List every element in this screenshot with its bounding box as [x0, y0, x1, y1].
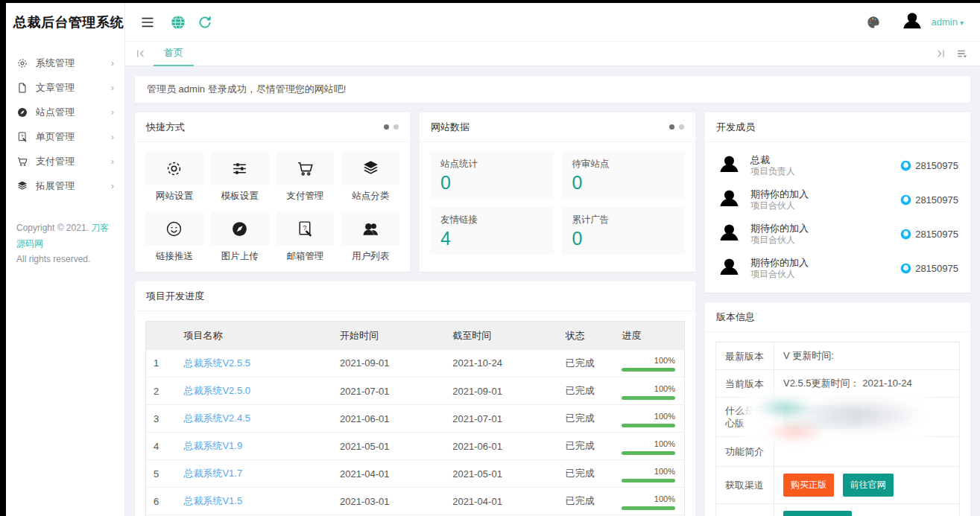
chevron-right-icon: › [111, 106, 114, 118]
sidebar-item-label: 支付管理 [36, 155, 111, 168]
progress-bar [622, 479, 675, 482]
carousel-dot-active[interactable] [384, 124, 389, 130]
sidebar-item-page[interactable]: 单页管理 › [6, 124, 124, 149]
user-menu[interactable]: admin▾ [932, 16, 964, 28]
header-right: admin▾ [866, 10, 980, 34]
chevron-down-icon: ▾ [960, 19, 964, 27]
gear-icon [16, 57, 28, 69]
col-end-date: 截至时间 [445, 322, 557, 350]
smile-icon [165, 220, 183, 238]
feature-intro-value [774, 437, 960, 467]
stat-label: 友情链接 [440, 214, 543, 226]
tab-menu-icon[interactable] [956, 48, 968, 60]
site-stats-card: 网站数据 站点统计 0 待审站点 [420, 112, 695, 272]
avatar[interactable] [900, 10, 924, 34]
progress-percent: 100% [622, 494, 675, 504]
progress-percent: 100% [622, 467, 675, 477]
carousel-dot[interactable] [679, 124, 684, 130]
project-link[interactable]: 总裁系统V2.5.5 [183, 357, 250, 369]
version-row: 更新日志 查看更新日志 [716, 504, 960, 516]
project-link[interactable]: 总裁系统V2.4.5 [183, 413, 250, 424]
table-row: 1 总裁系统V2.5.5 2021-09-01 2021-10-24 已完成 1… [146, 350, 685, 378]
page-question-icon [296, 220, 314, 238]
status-badge: 已完成 [558, 378, 615, 405]
tab-bar: 首页 [125, 42, 980, 66]
sidebar-item-extension[interactable]: 拓展管理 › [6, 173, 124, 198]
sidebar-item-article[interactable]: 文章管理 › [6, 75, 124, 100]
version-row: 当前版本 V2.5.5更新时间： 2021-10-24 [716, 370, 960, 398]
theme-palette-icon[interactable] [866, 15, 881, 30]
start-date: 2021-09-01 [332, 350, 445, 378]
users-icon [361, 220, 380, 238]
shortcut-template-settings[interactable]: 模板设置 [211, 151, 269, 204]
view-changelog-button[interactable]: 查看更新日志 [783, 511, 852, 516]
member-role: 项目合伙人 [750, 200, 809, 211]
copyright-text: Copyright © 2021. [16, 223, 89, 233]
progress-bar [622, 506, 675, 510]
sidebar-item-label: 站点管理 [36, 106, 111, 119]
project-link[interactable]: 总裁系统V1.7 [183, 468, 242, 479]
avatar [717, 256, 742, 281]
chevron-right-icon: › [111, 131, 114, 142]
table-row: 2 总裁系统V2.5.0 2021-07-01 2021-09-01 已完成 1… [146, 378, 685, 405]
row-index: 1 [146, 350, 177, 378]
row-index: 3 [146, 405, 177, 433]
tab-bar-right [935, 48, 980, 60]
shortcut-site-category[interactable]: 站点分类 [341, 151, 399, 204]
status-badge: 已完成 [558, 460, 615, 488]
shortcut-payment[interactable]: 支付管理 [276, 151, 335, 204]
shortcut-link-push[interactable]: 链接推送 [145, 211, 203, 264]
tab-scroll-left-icon[interactable] [136, 48, 146, 59]
members-title: 开发成员 [716, 121, 755, 134]
hamburger-icon[interactable] [140, 15, 155, 30]
sidebar-menu: 系统管理 › 文章管理 › 站点管理 › 单页管理 › 支付管理 › [6, 42, 124, 198]
globe-icon[interactable] [170, 14, 186, 31]
sidebar-item-payment[interactable]: 支付管理 › [6, 149, 124, 173]
stat-site-count: 站点统计 0 [430, 151, 554, 199]
shortcut-image-upload[interactable]: 图片上传 [211, 211, 269, 264]
project-link[interactable]: 总裁系统V1.5 [183, 495, 242, 506]
progress-percent: 100% [622, 384, 675, 394]
status-badge: 已完成 [558, 433, 615, 460]
qq-number: 28150975 [915, 160, 958, 171]
buy-genuine-button[interactable]: 购买正版 [783, 474, 834, 497]
project-link[interactable]: 总裁系统V2.5.0 [183, 385, 250, 396]
welcome-banner: 管理员 admin 登录成功，尽情管理您的网站吧! [135, 76, 970, 103]
top-header: admin▾ [125, 3, 980, 42]
sidebar-item-site[interactable]: 站点管理 › [6, 100, 124, 124]
member-role: 项目负责人 [750, 166, 795, 177]
avatar [717, 153, 742, 178]
start-date: 2021-06-01 [332, 405, 445, 433]
carousel-dot[interactable] [393, 124, 399, 130]
project-link[interactable]: 总裁系统V1.9 [183, 440, 242, 451]
carousel-dot-active[interactable] [669, 124, 674, 130]
tab-home[interactable]: 首页 [154, 42, 194, 66]
avatar [717, 222, 742, 246]
sidebar-item-label: 单页管理 [36, 130, 111, 144]
shortcut-mailbox[interactable]: 邮箱管理 [276, 211, 335, 264]
tab-scroll-right-icon[interactable] [935, 48, 946, 59]
members-card: 开发成员 总裁 项目负责人 28150975 期待你的加入 项目合伙人 [705, 112, 970, 293]
shortcut-user-list[interactable]: 用户列表 [341, 211, 399, 264]
member-row: 期待你的加入 项目合伙人 28150975 [717, 182, 958, 217]
copyright-text-2: All rights reserved. [16, 254, 90, 264]
app-logo: 总裁后台管理系统 [6, 3, 124, 42]
refresh-icon[interactable] [197, 14, 213, 31]
stat-friend-links: 友情链接 4 [430, 207, 554, 255]
version-table: 最新版本 V 更新时间: 当前版本 V2.5.5更新时间： 2021-10-24… [715, 342, 960, 516]
member-role: 项目合伙人 [750, 269, 809, 280]
carousel-dots [669, 124, 684, 130]
sidebar-item-label: 文章管理 [36, 81, 111, 95]
progress-bar [622, 368, 675, 372]
shortcut-site-settings[interactable]: 网站设置 [145, 151, 203, 204]
goto-official-site-button[interactable]: 前往官网 [843, 474, 894, 497]
table-row: 5 总裁系统V1.7 2021-04-01 2021-05-01 已完成 100… [146, 460, 685, 488]
progress-percent: 100% [622, 356, 675, 366]
start-date: 2021-04-01 [332, 460, 445, 488]
latest-version-value: V 更新时间: [774, 343, 960, 370]
projects-card: 项目开发进度 项目名称 开始时间 截至时间 状态 进度 [135, 281, 695, 516]
version-row-label: 功能简介 [716, 437, 774, 467]
sidebar-item-system[interactable]: 系统管理 › [6, 51, 124, 75]
end-date: 2021-04-01 [445, 488, 557, 515]
view-happy-version-button[interactable]: 点我查看开心版 [783, 406, 861, 429]
